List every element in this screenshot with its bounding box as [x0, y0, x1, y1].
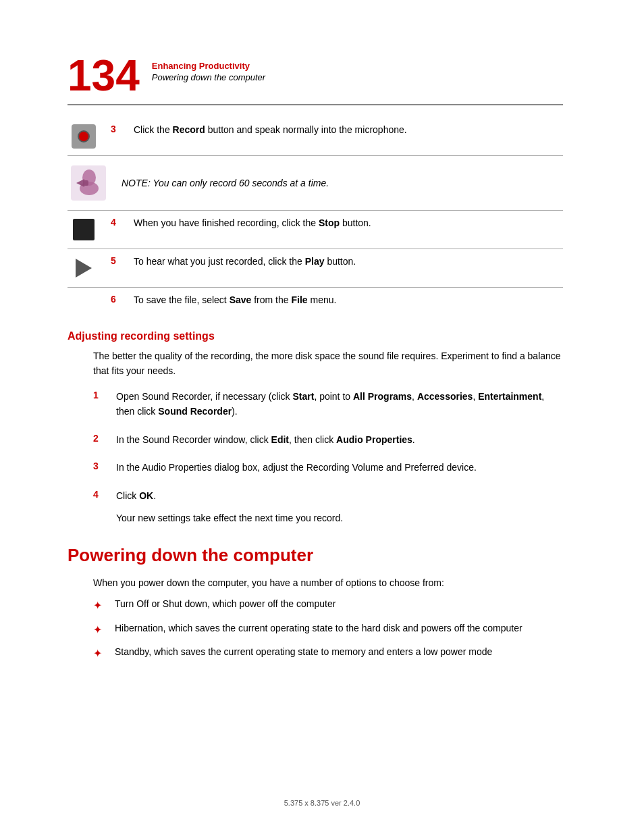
powering-bullets: ✦ Turn Off or Shut down, which power off… — [93, 597, 563, 662]
bullet-item-3: ✦ Standby, which saves the current opera… — [93, 645, 563, 662]
stop-icon — [68, 216, 100, 243]
adjusting-section-heading: Adjusting recording settings — [68, 330, 563, 342]
step5-row: 5 To hear what you just recorded, click … — [68, 249, 563, 288]
step5-number: 5 — [111, 255, 127, 266]
play-icon — [68, 255, 100, 282]
adjusting-step1-num: 1 — [93, 390, 107, 419]
adjusting-step2: 2 In the Sound Recorder window, click Ed… — [93, 429, 563, 451]
bullet-text-2: Hibernation, which saves the current ope… — [115, 621, 522, 636]
page-header-text: Enhancing Productivity Powering down the… — [152, 54, 265, 82]
record-icon — [68, 123, 100, 150]
step3-number: 3 — [111, 123, 127, 134]
step4-row: 4 When you have finished recording, clic… — [68, 211, 563, 249]
note-row: NOTE: You can only record 60 seconds at … — [68, 156, 563, 211]
step6-row: 6 To save the file, select Save from the… — [111, 288, 563, 315]
footer-text: 5.375 x 8.375 ver 2.4.0 — [284, 799, 360, 807]
stop-button-icon — [73, 219, 95, 240]
adjusting-step4: 4 Click OK. — [93, 486, 563, 507]
step5-text: To hear what you just recorded, click th… — [134, 255, 563, 269]
step3-row: 3 Click the Record button and speak norm… — [68, 118, 563, 156]
adjusting-step2-num: 2 — [93, 433, 107, 448]
chapter-title: Enhancing Productivity — [152, 61, 265, 71]
adjusting-steps: 1 Open Sound Recorder, if necessary (cli… — [93, 386, 563, 525]
adjusting-step3-num: 3 — [93, 461, 107, 475]
adjusting-after-step4: Your new settings take effect the next t… — [116, 511, 563, 526]
adjusting-step3-text: In the Audio Properties dialog box, adju… — [116, 461, 563, 475]
adjusting-step4-text: Click OK. — [116, 489, 563, 504]
bullet-text-3: Standby, which saves the current operati… — [115, 645, 492, 660]
sub-title: Powering down the computer — [152, 72, 265, 82]
adjusting-step3: 3 In the Audio Properties dialog box, ad… — [93, 457, 563, 479]
powering-heading: Powering down the computer — [68, 545, 563, 566]
record-button-icon — [72, 124, 96, 149]
page: 134 Enhancing Productivity Powering down… — [0, 0, 644, 834]
page-footer: 5.375 x 8.375 ver 2.4.0 — [0, 799, 644, 807]
page-header: 134 Enhancing Productivity Powering down… — [68, 54, 563, 105]
step6-number: 6 — [111, 293, 127, 305]
note-svg-icon — [70, 164, 109, 202]
note-text: NOTE: You can only record 60 seconds at … — [122, 178, 329, 188]
step6-text: To save the file, select Save from the F… — [134, 293, 563, 307]
adjusting-step2-text: In the Sound Recorder window, click Edit… — [116, 433, 563, 448]
bullet-item-2: ✦ Hibernation, which saves the current o… — [93, 621, 563, 639]
adjusting-step1-text: Open Sound Recorder, if necessary (click… — [116, 390, 563, 419]
note-hand-icon — [68, 163, 111, 203]
page-number: 134 — [68, 54, 140, 97]
bullet-diamond-3: ✦ — [93, 646, 109, 662]
step4-text: When you have finished recording, click … — [134, 216, 563, 230]
record-dot-icon — [78, 130, 90, 142]
play-button-icon — [76, 259, 92, 278]
adjusting-step4-num: 4 — [93, 489, 107, 504]
bullet-diamond-2: ✦ — [93, 622, 109, 639]
bullet-text-1: Turn Off or Shut down, which power off t… — [115, 597, 336, 612]
adjusting-step1: 1 Open Sound Recorder, if necessary (cli… — [93, 386, 563, 422]
adjusting-paragraph: The better the quality of the recording,… — [93, 349, 563, 378]
bullet-diamond-1: ✦ — [93, 598, 109, 615]
powering-paragraph: When you power down the computer, you ha… — [93, 575, 563, 590]
step3-text: Click the Record button and speak normal… — [134, 123, 563, 137]
svg-rect-4 — [83, 180, 88, 186]
step4-number: 4 — [111, 216, 127, 228]
bullet-item-1: ✦ Turn Off or Shut down, which power off… — [93, 597, 563, 615]
